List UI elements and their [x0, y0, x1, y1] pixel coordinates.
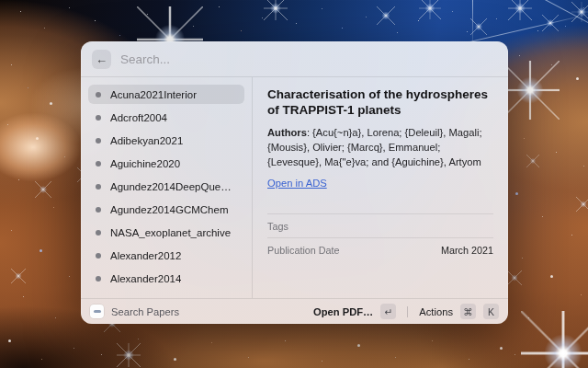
extension-icon: [90, 305, 104, 318]
return-keycap: ↵: [380, 304, 396, 319]
diffraction-star: [11, 269, 26, 283]
tags-row: Tags: [267, 214, 493, 237]
search-input[interactable]: [120, 52, 497, 66]
return-key-icon: ↵: [384, 306, 392, 317]
list-item-label: Adibekyan2021: [110, 135, 183, 146]
list-item[interactable]: Acuna2021Interior: [88, 85, 244, 104]
paper-dot-icon: [96, 92, 101, 98]
diffraction-star: [507, 270, 522, 285]
cmd-key-icon: ⌘: [463, 306, 473, 317]
diffraction-star: [470, 18, 487, 35]
diffraction-streak: [507, 0, 588, 36]
list-item-label: Aguichine2020: [110, 158, 180, 169]
back-button[interactable]: ←: [92, 50, 111, 69]
list-item-label: Adcroft2004: [110, 112, 167, 123]
open-in-ads-link[interactable]: Open in ADS: [267, 178, 327, 189]
diffraction-star: [542, 15, 559, 31]
diffraction-star: [35, 181, 51, 198]
paper-dot-icon: [96, 184, 101, 190]
paper-dot-icon: [96, 161, 101, 167]
authors-label: Authors: [267, 127, 307, 138]
list-item[interactable]: Adibekyan2021: [88, 131, 244, 150]
diffraction-star: [501, 61, 560, 120]
list-item[interactable]: Aguichine2020: [88, 154, 244, 173]
paper-detail: Characterisation of the hydrospheres of …: [253, 77, 508, 298]
paper-dot-icon: [96, 230, 101, 236]
search-bar: ←: [81, 41, 508, 76]
starfield: [0, 0, 1, 1]
divider: [407, 306, 408, 317]
list-item-label: Alexander2012: [110, 250, 181, 261]
metadata-section: Tags Publication Date March 2021: [267, 213, 493, 261]
paper-authors: Authors: {Acu{~n}a}, Lorena; {Deleuil}, …: [267, 125, 493, 170]
list-item[interactable]: Adcroft2004: [88, 108, 244, 127]
open-pdf-button[interactable]: Open PDF…: [313, 306, 373, 317]
actions-button[interactable]: Actions: [419, 306, 453, 317]
diffraction-star: [571, 2, 588, 22]
paper-title: Characterisation of the hydrospheres of …: [267, 86, 493, 119]
list-item[interactable]: Agundez2014GCMChem: [88, 200, 244, 219]
list-item-label: Agundez2014DeepQuench: [110, 181, 237, 192]
publication-date-label: Publication Date: [267, 245, 340, 256]
list-item-label: Agundez2014GCMChem: [110, 204, 229, 215]
cmd-keycap: ⌘: [460, 304, 476, 319]
list-item-label: NASA_exoplanet_archive: [110, 227, 231, 238]
diffraction-star: [576, 197, 588, 212]
diffraction-star: [508, 0, 532, 20]
list-item[interactable]: NASA_exoplanet_archive: [88, 223, 244, 242]
list-item-label: Alexander2014: [110, 273, 181, 284]
publication-date-row: Publication Date March 2021: [267, 238, 493, 261]
extension-name: Search Papers: [111, 306, 179, 317]
paper-dot-icon: [96, 207, 101, 213]
launcher-window: ← Acuna2021Interior Adcroft2004 Adibekya…: [81, 41, 508, 324]
k-key-label: K: [488, 306, 494, 317]
k-keycap: K: [483, 304, 499, 319]
paper-list: Acuna2021Interior Adcroft2004 Adibekyan2…: [81, 77, 253, 298]
paper-dot-icon: [96, 115, 101, 121]
paper-dot-icon: [96, 253, 101, 259]
arrow-left-icon: ←: [96, 52, 107, 66]
diffraction-star: [419, 0, 441, 19]
diffraction-star: [117, 343, 141, 367]
content-area: Acuna2021Interior Adcroft2004 Adibekyan2…: [81, 77, 508, 298]
list-item-label: Acuna2021Interior: [110, 89, 197, 100]
diffraction-star: [377, 6, 395, 25]
list-item[interactable]: Alexander2012: [88, 246, 244, 265]
diffraction-star: [521, 311, 588, 368]
paper-dot-icon: [96, 138, 101, 144]
list-item[interactable]: Agundez2014DeepQuench: [88, 177, 244, 196]
publication-date-value: March 2021: [441, 245, 493, 256]
diffraction-star: [264, 0, 288, 20]
list-item[interactable]: Alexander2014: [88, 269, 244, 288]
screen: ← Acuna2021Interior Adcroft2004 Adibekya…: [0, 0, 588, 368]
paper-dot-icon: [96, 276, 101, 282]
diffraction-star: [526, 155, 539, 167]
tags-label: Tags: [267, 221, 288, 232]
action-bar: Search Papers Open PDF… ↵ Actions ⌘ K: [81, 299, 508, 324]
